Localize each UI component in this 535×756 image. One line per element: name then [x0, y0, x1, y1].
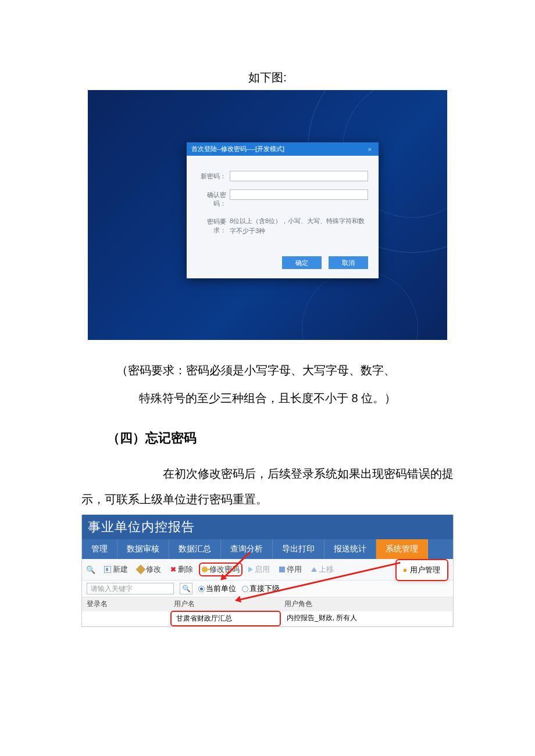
col-username: 用户名: [169, 597, 280, 611]
cell-username: 甘肃省财政厅汇总: [170, 611, 281, 626]
figure-password-dialog: 首次登陆--修改密码----[开发模式] × 新密码： 确认密码： 密码要求： …: [88, 90, 447, 340]
up-icon: [311, 567, 317, 572]
new-password-label: 新密码：: [197, 171, 230, 181]
tab-manage[interactable]: 管理: [82, 539, 117, 559]
password-requirement-label: 密码要求：: [197, 216, 230, 235]
figure-user-management: 事业单位内控报告 管理 数据审核 数据汇总 查询分析 导出打印 报送统计 系统管…: [81, 514, 454, 627]
key-icon: [202, 567, 208, 572]
section-heading-forgot-password: （四）忘记密码: [81, 429, 454, 447]
change-password-dialog: 首次登陆--修改密码----[开发模式] × 新密码： 确认密码： 密码要求： …: [187, 142, 379, 278]
bullet-icon: [404, 569, 406, 572]
new-button[interactable]: 新建: [101, 563, 131, 576]
user-management-label: 用户管理: [410, 565, 440, 575]
delete-icon: ✖: [170, 566, 176, 573]
col-login: 登录名: [82, 597, 169, 611]
col-role: 用户角色: [280, 597, 453, 611]
confirm-password-input[interactable]: [230, 189, 368, 200]
edit-button[interactable]: 修改: [134, 563, 165, 576]
tab-audit[interactable]: 数据审核: [117, 539, 169, 559]
radio-icon: [198, 586, 205, 592]
keyword-input[interactable]: 请输入关键字: [87, 583, 174, 594]
paragraph-password-note-2: 特殊符号的至少三种组合，且长度不小于 8 位。）: [81, 385, 454, 411]
delete-button[interactable]: ✖删除: [167, 563, 197, 576]
edit-icon: [136, 565, 146, 575]
tab-system[interactable]: 系统管理: [376, 539, 428, 559]
confirm-password-label: 确认密码：: [197, 189, 230, 208]
cell-role: 内控报告_财政, 所有人: [282, 611, 453, 626]
paragraph-forgot-password: 在初次修改密码后，后续登录系统如果出现密码错误的提示，可联系上级单位进行密码重置…: [81, 461, 454, 512]
play-icon: [248, 567, 253, 572]
filter-row: 请输入关键字 🔍 当前单位 直接下级: [82, 581, 453, 597]
ok-button[interactable]: 确定: [282, 256, 322, 269]
dialog-titlebar: 首次登陆--修改密码----[开发模式] ×: [187, 142, 379, 156]
stop-icon: [279, 567, 285, 572]
main-tabs: 管理 数据审核 数据汇总 查询分析 导出打印 报送统计 系统管理: [82, 539, 453, 559]
table-header: 登录名 用户名 用户角色: [82, 597, 453, 611]
new-password-input[interactable]: [230, 171, 368, 181]
app-title: 事业单位内控报告: [82, 515, 453, 539]
cancel-button[interactable]: 取消: [329, 256, 368, 269]
enable-button[interactable]: 启用: [245, 563, 273, 576]
disable-button[interactable]: 停用: [276, 563, 305, 576]
radio-current-unit[interactable]: 当前单位: [198, 583, 236, 594]
cell-login: [82, 611, 169, 626]
new-icon: [104, 566, 111, 573]
tab-export[interactable]: 导出打印: [273, 539, 324, 559]
search-icon[interactable]: 🔍: [84, 564, 97, 575]
dialog-title-text: 首次登陆--修改密码----[开发模式]: [191, 145, 284, 153]
paragraph-password-note-1: （密码要求：密码必须是小写字母、大写字母、数字、: [81, 357, 454, 383]
tab-summary[interactable]: 数据汇总: [169, 539, 221, 559]
close-icon[interactable]: ×: [366, 146, 374, 153]
password-requirement-text: 8位以上（含8位），小写、大写、特殊字符和数字不少于3种: [230, 216, 368, 235]
user-management-popover[interactable]: 用户管理: [395, 559, 448, 581]
radio-icon: [242, 586, 248, 592]
tab-report-stats[interactable]: 报送统计: [324, 539, 376, 559]
move-up-button[interactable]: 上移: [308, 563, 337, 576]
search-button[interactable]: 🔍: [180, 583, 192, 594]
table-row[interactable]: 甘肃省财政厅汇总 内控报告_财政, 所有人: [82, 611, 453, 626]
figure-caption: 如下图:: [81, 70, 454, 85]
